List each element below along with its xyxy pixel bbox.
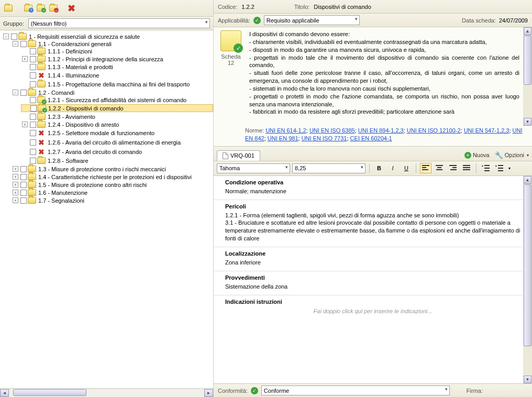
tree-checkbox[interactable] (30, 130, 36, 136)
tree-item[interactable]: +1.4 - Caratteristiche richieste per le … (12, 173, 213, 180)
tree-checkbox[interactable] (11, 34, 17, 40)
tree-toggle[interactable]: − (13, 90, 18, 95)
tree-checkbox[interactable] (30, 81, 36, 87)
tree-item[interactable]: −1 - Requisiti essenziali di sicurezza e… (2, 33, 213, 40)
bold-button[interactable]: B (373, 163, 385, 173)
tree-item[interactable]: ✖1.2.6 - Avaria del circuito di alimenta… (21, 138, 213, 147)
tree-toggle[interactable]: + (22, 122, 28, 127)
align-center-button[interactable] (434, 163, 445, 173)
norma-link[interactable]: CEI EN 60204-1 (350, 135, 392, 141)
tree-checkbox[interactable] (30, 72, 36, 79)
tree-toggle[interactable]: + (13, 174, 18, 180)
toolbar-folder-btn[interactable] (3, 3, 14, 14)
tree-item[interactable]: +1.2.4 - Dispositivo di arresto (21, 121, 213, 128)
tree-item[interactable]: 1.2.3 - Avviamento (21, 113, 213, 120)
h-scrollbar[interactable]: ◄ ► (0, 388, 213, 397)
tree-item[interactable]: +1.1.2 - Principi di integrazione della … (21, 56, 213, 62)
tree-checkbox[interactable] (30, 149, 36, 155)
tree-checkbox[interactable] (20, 90, 27, 96)
norma-link[interactable]: UNI EN 894-1,2,3 (358, 127, 404, 134)
tree-checkbox[interactable] (30, 64, 36, 70)
scroll-up-btn[interactable]: ▲ (524, 27, 531, 35)
tree-checkbox[interactable] (30, 48, 36, 54)
scroll-down-btn[interactable]: ▼ (524, 376, 531, 383)
tree-item[interactable]: 1.2.8 - Software (21, 157, 213, 164)
editor-scroll-thumb[interactable] (524, 184, 531, 347)
align-justify-button[interactable] (461, 163, 472, 173)
tree-item[interactable]: 1.1.1 - Definizioni (21, 48, 213, 54)
section-localizzazione[interactable]: Zona inferiore (214, 258, 532, 271)
section-provvedimenti[interactable]: Sistemazione della zona (214, 282, 532, 295)
tree-checkbox[interactable] (30, 122, 36, 128)
tree-toggle[interactable]: + (13, 197, 18, 203)
norma-link[interactable]: UNI EN 981 (268, 135, 298, 141)
tree-checkbox[interactable] (20, 197, 27, 204)
editor-v-scrollbar[interactable]: ▲ ▼ (523, 176, 532, 383)
nuova-button[interactable]: +Nuova (464, 152, 490, 159)
underline-button[interactable]: U (401, 163, 412, 173)
section-pericoli[interactable]: 1.2.1 - Forma (elementi taglienti, spigo… (214, 211, 532, 247)
editor-panel[interactable]: Condizione operativa Normale; manutenzio… (214, 176, 532, 383)
font-select[interactable]: Tahoma (217, 163, 290, 173)
tree-checkbox[interactable] (20, 182, 27, 188)
italic-button[interactable]: I (387, 163, 398, 173)
tree-checkbox[interactable] (30, 105, 37, 112)
desc-scroll-thumb[interactable] (524, 36, 531, 85)
plus-icon: + (464, 152, 471, 159)
tree-item[interactable]: +1.7 - Segnalazioni (12, 197, 213, 204)
tree-checkbox[interactable] (20, 174, 27, 180)
section-condizione[interactable]: Normale; manutenzione (214, 186, 532, 200)
tree-item[interactable]: 1.1.5 - Progettazione della macchina ai … (21, 81, 213, 87)
bullet-list-button[interactable] (480, 163, 492, 173)
scroll-right-btn[interactable]: ► (204, 389, 213, 397)
tree-checkbox[interactable] (30, 56, 36, 62)
conformita-select[interactable]: Conforme (261, 385, 450, 395)
tree-toggle[interactable]: + (13, 182, 18, 188)
tree-toggle[interactable]: − (13, 41, 18, 47)
desc-v-scrollbar[interactable]: ▲ ▼ (523, 27, 532, 126)
tree-checkbox[interactable] (30, 97, 36, 103)
tree-item[interactable]: +1.3 - Misure di protezione contro i ris… (12, 166, 213, 172)
tree-checkbox[interactable] (20, 41, 27, 47)
norma-link[interactable]: UNI EN ISO 7731 (302, 135, 347, 141)
tree-checkbox[interactable] (30, 139, 36, 146)
tree-toggle[interactable]: + (13, 166, 18, 172)
toolbar-folder-ok-btn[interactable]: ✓ (36, 3, 46, 14)
norma-link[interactable]: UNI EN ISO 12100-2 (407, 127, 461, 134)
tree-item[interactable]: ✓1.2.2 - Dispositivi di comando (21, 104, 213, 112)
gruppo-select[interactable]: (Nessun filtro) (28, 18, 210, 28)
tree-item[interactable]: ✖1.2.5 - Selettore modale di funzionamen… (21, 129, 213, 137)
opzioni-button[interactable]: 🔧Opzioni▾ (495, 151, 529, 159)
norma-link[interactable]: UNI EN ISO 6385 (309, 127, 355, 134)
tree-checkbox[interactable] (30, 158, 36, 164)
section-indicazioni-placeholder[interactable]: Fai doppio click qui per inserire le ind… (214, 306, 532, 319)
fontsize-select[interactable]: 8,25 (292, 163, 365, 173)
norma-link[interactable]: UNI EN 614-1,2 (265, 127, 306, 134)
norme-label: Norme: (245, 127, 264, 134)
scroll-left-btn[interactable]: ◄ (0, 389, 9, 397)
tree-item[interactable]: +1.5 - Misure di protezione contro altri… (12, 181, 213, 188)
toolbar-delete-btn[interactable]: ✖ (66, 3, 76, 14)
align-left-button[interactable] (420, 163, 431, 173)
tree-checkbox[interactable] (20, 190, 27, 196)
tree-toggle[interactable]: + (22, 56, 28, 62)
align-right-button[interactable] (447, 163, 459, 173)
tree-item[interactable]: ✖1.2.7 - Avaria del circuito di comando (21, 148, 213, 156)
applic-select[interactable]: Requisito applicabile (264, 15, 360, 25)
tree-toggle[interactable]: + (13, 190, 18, 195)
tree-checkbox[interactable] (20, 166, 27, 172)
toolbar-folder-no-btn[interactable]: – (48, 3, 59, 14)
tab-vrq[interactable]: VRQ-001 (217, 150, 260, 161)
norma-link[interactable]: UNI EN 547-1,2,3 (464, 127, 509, 134)
number-list-button[interactable] (494, 163, 505, 173)
scroll-thumb[interactable] (13, 389, 86, 396)
toolbar-folder-q-btn[interactable]: ? (23, 3, 34, 14)
tree-checkbox[interactable] (30, 114, 36, 120)
tree-item[interactable]: +1.6 - Manutenzione (12, 189, 213, 196)
tree-item[interactable]: ✖1.1.4 - Illuminazione (21, 71, 213, 80)
scroll-down-btn[interactable]: ▼ (524, 118, 531, 126)
scroll-up-btn[interactable]: ▲ (524, 176, 531, 184)
tree-item[interactable]: 1.1.3 - Materiali e prodotti (21, 63, 213, 70)
tree-toggle[interactable]: − (3, 34, 9, 39)
tree-item[interactable]: ✓1.2.1 - Sicurezza ed affidabilità dei s… (21, 96, 213, 103)
